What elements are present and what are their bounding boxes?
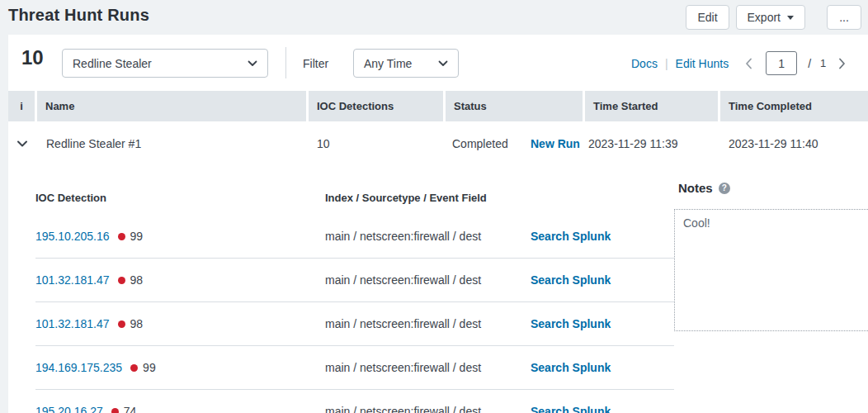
run-ioc-detections: 10 [317,137,330,150]
header-actions: Edit Export ... [679,5,861,30]
run-time-completed: 2023-11-29 11:40 [729,137,818,150]
edit-button[interactable]: Edit [686,5,729,30]
index-sourcetype-field: main / netscreen:firewall / dest [325,317,531,330]
search-splunk-link[interactable]: Search Splunk [531,405,611,413]
column-header-info: i [8,91,35,121]
ioc-value-link[interactable]: 195.20.16.27 [35,405,103,413]
ioc-detection-row: 195.20.16.27 74 main / netscreen:firewal… [35,390,674,413]
links-separator: | [665,57,668,70]
column-header-time-started: Time Started [585,91,718,121]
chevron-left-icon [745,58,752,69]
result-count: 10 [21,46,44,69]
column-header-name: Name [37,91,306,121]
search-splunk-link[interactable]: Search Splunk [531,361,611,374]
hunt-select[interactable]: Redline Stealer [62,49,268,78]
ioc-value-link[interactable]: 194.169.175.235 [35,361,122,374]
notes-label: Notes ? [678,181,730,195]
previous-page-button[interactable] [745,58,752,69]
chevron-down-icon [248,60,257,67]
filter-label: Filter [303,57,328,70]
run-time-started: 2023-11-29 11:39 [588,137,677,150]
ioc-value-link[interactable]: 195.10.205.16 [35,230,110,243]
chevron-down-icon [438,60,448,67]
more-actions-label: ... [839,11,849,24]
risk-score: 98 [130,273,144,287]
ioc-detection-row: 195.10.205.16 99 main / netscreen:firewa… [35,215,674,259]
caret-down-icon [787,16,794,20]
row-expander-chevron-icon[interactable] [17,140,28,147]
ioc-detection-row: 194.169.175.235 99 main / netscreen:fire… [35,346,674,390]
ioc-detection-row: 101.32.181.47 98 main / netscreen:firewa… [35,302,674,346]
ioc-detection-row: 101.32.181.47 98 main / netscreen:firewa… [35,259,674,302]
runs-table-header: i Name IOC Detections Status Time Starte… [8,91,868,121]
detail-column-header-index: Index / Sourcetype / Event Field [325,192,487,204]
search-splunk-link[interactable]: Search Splunk [531,317,611,330]
detail-column-header-ioc: IOC Detection [35,192,106,204]
ioc-value-link[interactable]: 101.32.181.47 [35,317,110,330]
page-separator: / [808,57,811,70]
toolbar-divider [285,47,286,78]
page-number-input[interactable] [766,51,797,75]
hunt-select-value: Redline Stealer [73,57,152,70]
risk-score: 74 [124,405,137,413]
next-page-button[interactable] [838,58,846,69]
page-total: 1 [820,57,826,69]
export-button-label: Export [748,11,781,24]
column-header-status: Status [446,91,583,121]
new-run-link[interactable]: New Run [531,137,580,150]
index-sourcetype-field: main / netscreen:firewall / dest [325,230,531,243]
index-sourcetype-field: main / netscreen:firewall / dest [325,361,531,374]
column-header-ioc-detections: IOC Detections [309,91,443,121]
chevron-right-icon [838,58,846,69]
time-filter-select[interactable]: Any Time [353,49,459,78]
column-header-time-completed: Time Completed [720,91,868,121]
run-name: Redline Stealer #1 [46,137,141,150]
risk-score: 99 [130,230,144,243]
search-splunk-link[interactable]: Search Splunk [531,273,611,287]
risk-dot-icon [111,408,119,413]
risk-dot-icon [130,364,138,372]
edit-button-label: Edit [697,11,717,24]
more-actions-button[interactable]: ... [827,5,861,30]
notes-label-text: Notes [678,181,713,195]
search-splunk-link[interactable]: Search Splunk [531,230,611,243]
risk-dot-icon [118,233,125,240]
risk-score: 99 [143,361,156,374]
run-row: Redline Stealer #1 10 Completed New Run … [8,121,868,165]
notes-input[interactable]: Cool! [674,209,868,331]
toolbar-right: Docs | Edit Hunts / 1 [631,49,846,78]
ioc-detection-list: 195.10.205.16 99 main / netscreen:firewa… [35,215,674,413]
time-filter-value: Any Time [364,57,412,70]
export-button[interactable]: Export [736,5,805,30]
risk-dot-icon [118,277,125,284]
risk-score: 98 [130,317,144,330]
index-sourcetype-field: main / netscreen:firewall / dest [325,273,531,287]
risk-dot-icon [118,320,125,328]
index-sourcetype-field: main / netscreen:firewall / dest [325,405,531,413]
edit-hunts-link[interactable]: Edit Hunts [676,57,729,70]
docs-link[interactable]: Docs [631,57,658,70]
ioc-value-link[interactable]: 101.32.181.47 [35,273,110,287]
page-title: Threat Hunt Runs [8,6,149,25]
help-icon[interactable]: ? [719,183,730,194]
run-status: Completed [452,137,508,150]
threat-hunt-runs-panel: 10 Redline Stealer Filter Any Time Docs … [8,35,868,413]
